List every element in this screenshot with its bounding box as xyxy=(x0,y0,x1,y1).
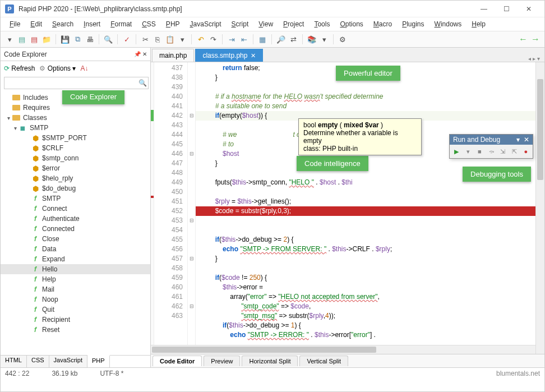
grid-icon[interactable]: ▦ xyxy=(257,34,268,45)
tree-item[interactable]: fExpand xyxy=(1,254,150,264)
sort-button[interactable]: A↓ xyxy=(80,64,88,72)
menu-view[interactable]: View xyxy=(254,19,278,29)
bottom-tab-vertical-split[interactable]: Vertical Split xyxy=(299,356,348,366)
step-out-icon[interactable]: ⇱ xyxy=(510,147,519,156)
record-icon[interactable]: ● xyxy=(521,147,530,156)
tree-item[interactable]: fQuit xyxy=(1,305,150,315)
print-icon[interactable]: 🖶 xyxy=(84,34,95,45)
tree-item[interactable]: fHello xyxy=(1,264,150,274)
undo-icon[interactable]: ↶ xyxy=(195,34,206,45)
cut-icon[interactable]: ✂ xyxy=(140,34,151,45)
tree-item[interactable]: fSMTP xyxy=(1,193,150,204)
step-in-icon[interactable]: ⇲ xyxy=(498,147,507,156)
tree-item[interactable]: ⬢$SMTP_PORT xyxy=(1,133,150,143)
menu-file[interactable]: File xyxy=(5,19,25,29)
bottom-tab-preview[interactable]: Preview xyxy=(204,356,240,366)
menu-project[interactable]: Project xyxy=(279,19,308,29)
menu-windows[interactable]: Windows xyxy=(430,19,467,29)
code-content[interactable]: return false; } # if a hostname for the … xyxy=(196,62,544,354)
menu-javascript[interactable]: JavaScript xyxy=(186,19,226,29)
search-input[interactable] xyxy=(4,77,149,89)
side-tab-css[interactable]: CSS xyxy=(27,356,49,367)
tree-item[interactable]: ▾◆SMTP xyxy=(1,123,150,133)
tree-item[interactable]: ⬢$CRLF xyxy=(1,143,150,153)
search-icon[interactable]: 🔍 xyxy=(103,34,114,45)
tree-item[interactable]: ⬢$error xyxy=(1,163,150,173)
new-file-icon[interactable]: ▤ xyxy=(16,34,27,45)
copy-icon[interactable]: ⎘ xyxy=(152,34,163,45)
find-icon[interactable]: 🔎 xyxy=(275,34,287,45)
save-icon[interactable]: 💾 xyxy=(59,34,71,45)
debug-header[interactable]: Run and Debug ▾ ✕ xyxy=(450,135,533,145)
tree-item[interactable]: fReset xyxy=(1,325,150,335)
tree-item[interactable]: fHelp xyxy=(1,274,150,284)
side-tab-html[interactable]: HTML xyxy=(1,356,27,367)
close-button[interactable]: ✕ xyxy=(518,1,540,17)
side-tab-php[interactable]: PHP xyxy=(87,355,110,367)
open-folder-icon[interactable]: 📁 xyxy=(41,34,52,45)
code-area[interactable]: 4374384394404414424434444454464474484494… xyxy=(151,62,544,354)
tree-item[interactable]: ⬢$helo_rply xyxy=(1,173,150,183)
indent-icon[interactable]: ⇥ xyxy=(226,34,237,45)
pin-icon[interactable]: 📌 ✕ xyxy=(134,51,147,57)
stop-icon[interactable]: ■ xyxy=(475,147,484,156)
options-button[interactable]: ⚙ Options ▾ xyxy=(39,64,76,72)
side-tab-javascript[interactable]: JavaScript xyxy=(49,356,87,367)
run-icon[interactable]: ▶ xyxy=(452,147,461,156)
tree-item[interactable]: ⬢$smtp_conn xyxy=(1,153,150,163)
tree-item[interactable]: fRecipient xyxy=(1,315,150,325)
file-tab[interactable]: class.smtp.php✕ xyxy=(195,49,263,62)
step-over-icon[interactable]: ⤼ xyxy=(487,147,496,156)
new-icon[interactable]: ▾ xyxy=(4,34,15,45)
maximize-button[interactable]: ☐ xyxy=(495,1,518,17)
scrollbar-horizontal[interactable] xyxy=(151,345,535,354)
tree-item[interactable]: fData xyxy=(1,244,150,254)
tree-item[interactable]: ▾Classes xyxy=(1,113,150,123)
menu-help[interactable]: Help xyxy=(467,19,490,29)
menu-plugins[interactable]: Plugins xyxy=(398,19,428,29)
open-html-icon[interactable]: ▤ xyxy=(29,34,40,45)
menu-php[interactable]: PHP xyxy=(161,19,184,29)
replace-icon[interactable]: ⇄ xyxy=(288,34,299,45)
menu-insert[interactable]: Insert xyxy=(79,19,105,29)
debug-dropdown-icon[interactable]: ▾ ✕ xyxy=(516,136,529,144)
menu-options[interactable]: Options xyxy=(335,19,367,29)
redo-icon[interactable]: ↷ xyxy=(207,34,219,45)
tree-item[interactable]: fNoop xyxy=(1,294,150,305)
tab-nav[interactable]: ◂ ▸ ▾ xyxy=(524,56,544,62)
menu-script[interactable]: Script xyxy=(227,19,253,29)
save-all-icon[interactable]: ⧉ xyxy=(72,34,83,45)
tree-item[interactable]: fClose xyxy=(1,234,150,244)
menu-macro[interactable]: Macro xyxy=(369,19,396,29)
brand-link[interactable]: blumentals.net xyxy=(496,370,540,377)
clipboard-icon[interactable]: ▾ xyxy=(177,34,188,45)
debug-panel[interactable]: Run and Debug ▾ ✕ ▶ ▾ ■ ⤼ ⇲ ⇱ ● xyxy=(449,134,533,159)
minimize-button[interactable]: — xyxy=(473,1,495,17)
snippet-icon[interactable]: ▾ xyxy=(318,34,330,45)
menu-search[interactable]: Search xyxy=(48,19,78,29)
code-tree[interactable]: Code Explorer IncludesRequires▾Classes▾◆… xyxy=(1,90,150,355)
run-dd-icon[interactable]: ▾ xyxy=(464,147,473,156)
outdent-icon[interactable]: ⇤ xyxy=(238,34,250,45)
bottom-tab-horizontal-split[interactable]: Horizontal Split xyxy=(242,356,298,366)
close-tab-icon[interactable]: ✕ xyxy=(251,52,256,59)
back-icon[interactable]: ← xyxy=(518,34,529,45)
tree-item[interactable]: fConnect xyxy=(1,204,150,214)
tree-item[interactable]: fMail xyxy=(1,284,150,294)
forward-icon[interactable]: → xyxy=(530,34,541,45)
menu-css[interactable]: CSS xyxy=(137,19,160,29)
fold-gutter[interactable]: ⊟⊟⊟⊟⊟ xyxy=(188,62,196,354)
settings-icon[interactable]: ⚙ xyxy=(337,34,348,45)
refresh-button[interactable]: ⟳ Refresh xyxy=(4,64,35,72)
scrollbar-vertical[interactable] xyxy=(535,62,544,354)
library-icon[interactable]: 📚 xyxy=(306,34,317,45)
bottom-tab-code-editor[interactable]: Code Editor xyxy=(153,356,202,366)
tree-item[interactable]: fConnected xyxy=(1,224,150,234)
tree-item[interactable]: ⬢$do_debug xyxy=(1,183,150,193)
menu-edit[interactable]: Edit xyxy=(26,19,47,29)
spellcheck-icon[interactable]: ✓ xyxy=(121,34,132,45)
file-tab[interactable]: main.php xyxy=(152,49,194,62)
tree-item[interactable]: fAuthenticate xyxy=(1,214,150,224)
paste-icon[interactable]: 📋 xyxy=(164,34,175,45)
menu-tools[interactable]: Tools xyxy=(310,19,334,29)
